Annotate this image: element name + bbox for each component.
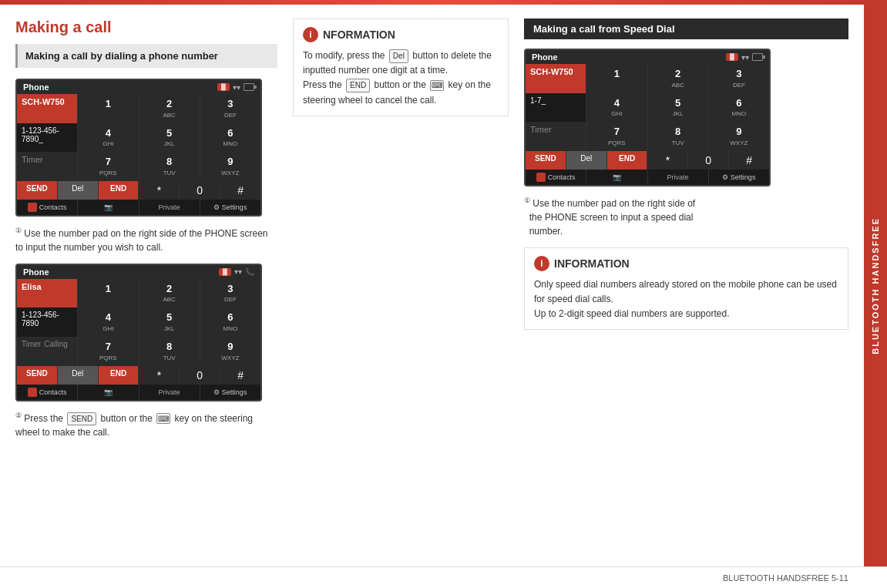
- info-box-middle: i NFORMATION To modify, press the Del bu…: [293, 18, 509, 116]
- phone-zero-key-3: 0: [688, 151, 728, 170]
- phone-device-name-3: SCH-W750: [526, 64, 586, 93]
- steering-wheel-icon-middle: ⌨: [430, 80, 444, 91]
- phone-bottom-row-1: Contacts 📷 Private ⚙ Settings: [17, 200, 260, 215]
- step2-steering-wheel-icon: ⌨: [156, 413, 170, 424]
- info-title-right: i INFORMATION: [534, 256, 838, 271]
- speed-dial-header: Making a call from Speed Dial: [524, 18, 848, 39]
- signal-icon-2: ▓: [219, 268, 231, 276]
- battery-icon-1: [244, 83, 254, 91]
- phone-bottom-row-2: Contacts 📷 Private ⚙ Settings: [17, 385, 260, 400]
- info-icon-right: i: [534, 256, 549, 271]
- phone-title-1: Phone: [23, 82, 49, 92]
- phone-key-2: 2ABC: [139, 94, 200, 123]
- phone-key2-1: 1: [78, 279, 138, 308]
- subsection-box-title: Making a call by dialing a phone number: [25, 50, 270, 62]
- phone-star-key-2: *: [139, 366, 179, 385]
- phone-timer-row-3: Timer 7PQRS 8TUV 9WXYZ: [526, 122, 769, 151]
- phone-settings-btn-3: ⚙ Settings: [709, 170, 769, 185]
- phone-star-key-3: *: [647, 151, 687, 170]
- side-tab: BLUETOOTH HANDSFREE: [864, 5, 887, 566]
- phone-header-icons-1: ▓ ▾▾: [217, 83, 254, 92]
- main-layout: Making a call Making a call by dialing a…: [0, 5, 887, 566]
- phone-header-2: Phone ▓ ▾▾ 📞: [17, 265, 260, 279]
- phone-screen-1: Phone ▓ ▾▾ SCH-W750 1 2ABC 3DEF 1-123: [15, 79, 262, 217]
- phone-key2-6: 6MNO: [200, 307, 260, 337]
- side-tab-label: BLUETOOTH HANDSFREE: [871, 217, 880, 354]
- phone-number-3: 1-7_: [526, 93, 586, 123]
- info-box-right: i INFORMATION Only speed dial numbers al…: [524, 247, 848, 331]
- phone-key2-7: 7PQRS: [78, 337, 138, 366]
- signal-icon-1: ▓: [217, 83, 230, 91]
- phone-del-btn-3: Del: [566, 151, 606, 170]
- phone-key-1: 1: [78, 94, 138, 123]
- phone-zero-key-2: 0: [180, 366, 220, 385]
- phone-key3-1: 1: [586, 64, 647, 93]
- phone-action-row-2: SEND Del END * 0 #: [17, 366, 260, 385]
- phone-timer-1: Timer: [17, 152, 77, 181]
- phone-key3-6: 6MNO: [709, 93, 769, 123]
- content-area: Making a call Making a call by dialing a…: [0, 5, 864, 566]
- phone-name-row-2: Elisa 1 2ABC 3DEF: [17, 279, 260, 308]
- phone-private-btn-1: Private: [139, 200, 200, 215]
- phone-key-4: 4GHI: [78, 123, 138, 153]
- phone-number-row-3: 1-7_ 4GHI 5JKL 6MNO: [526, 93, 769, 123]
- phone-private-btn-3: Private: [648, 170, 708, 185]
- phone-del-btn-2: Del: [58, 366, 98, 385]
- phone-send-btn-3: SEND: [526, 151, 566, 170]
- phone-key3-7: 7PQRS: [586, 122, 647, 151]
- phone-del-btn-1: Del: [58, 181, 98, 200]
- phone-title-2: Phone: [23, 267, 49, 277]
- phone-key3-4: 4GHI: [586, 93, 647, 123]
- signal-icon-3: ▓: [726, 53, 738, 61]
- phone-name-row-1: SCH-W750 1 2ABC 3DEF: [17, 94, 260, 123]
- phone-key2-4: 4GHI: [78, 307, 138, 337]
- contacts-icon-3: [536, 173, 546, 182]
- phone-contacts-btn-2: Contacts: [17, 385, 77, 400]
- del-btn-inline: Del: [389, 49, 408, 63]
- phone-number-2: 1-123-456-7890: [17, 307, 77, 337]
- phone-header-3: Phone ▓ ▾▾: [526, 50, 769, 64]
- phone-key2-8: 8TUV: [139, 337, 200, 366]
- phone-key3-3: 3DEF: [709, 64, 769, 93]
- phone-key2-2: 2ABC: [139, 279, 200, 308]
- footer: BLUETOOTH HANDSFREE 5-11: [0, 566, 887, 588]
- left-column: Making a call Making a call by dialing a…: [15, 18, 277, 559]
- phone-star-key-1: *: [139, 181, 179, 200]
- step1-text: ① Use the number pad on the right side o…: [15, 226, 277, 254]
- phone-key2-3: 3DEF: [200, 279, 260, 308]
- section-title: Making a call: [15, 18, 277, 36]
- right-column: Making a call from Speed Dial Phone ▓ ▾▾…: [524, 18, 848, 559]
- right-step1-text: ① Use the number pad on the right side o…: [524, 196, 848, 238]
- phone-number-row-1: 1-123-456-7890_ 4GHI 5JKL 6MNO: [17, 123, 260, 153]
- call-icon-2: 📞: [245, 267, 254, 276]
- phone-device-name-1: SCH-W750: [17, 94, 77, 123]
- info-icon-middle: i: [303, 27, 318, 42]
- right-step1-num: ①: [524, 197, 530, 204]
- phone-name-row-3: SCH-W750 1 2ABC 3DEF: [526, 64, 769, 93]
- phone-cam-btn-3: 📷: [586, 170, 647, 185]
- step2-text: ② Press the SEND button or the ⌨ key on …: [15, 411, 277, 439]
- phone-header-1: Phone ▓ ▾▾: [17, 80, 260, 94]
- phone-key-5: 5JKL: [139, 123, 200, 153]
- phone-key3-5: 5JKL: [648, 93, 708, 123]
- phone-hash-key-2: #: [220, 366, 260, 385]
- phone-send-btn-2: SEND: [17, 366, 57, 385]
- phone-private-btn-2: Private: [139, 385, 200, 400]
- phone-end-btn-3: END: [607, 151, 647, 170]
- wifi-icon-3: ▾▾: [741, 53, 749, 62]
- phone-hash-key-1: #: [220, 181, 260, 200]
- phone-header-icons-3: ▓ ▾▾: [726, 53, 763, 62]
- phone-action-row-3: SEND Del END * 0 #: [526, 151, 769, 170]
- phone-number-1: 1-123-456-7890_: [17, 123, 77, 153]
- subsection-box: Making a call by dialing a phone number: [15, 44, 277, 68]
- phone-timer-row-2: Timer Calling 7PQRS 8TUV 9WXYZ: [17, 337, 260, 366]
- phone-zero-key-1: 0: [180, 181, 220, 200]
- info-title-middle: i NFORMATION: [303, 27, 499, 42]
- step1-num: ①: [15, 227, 22, 234]
- phone-key-6: 6MNO: [200, 123, 260, 153]
- battery-icon-3: [752, 53, 763, 61]
- phone-timer-calling-2: Timer Calling: [17, 337, 77, 366]
- end-btn-inline: END: [346, 79, 370, 92]
- phone-contacts-btn-3: Contacts: [526, 170, 586, 185]
- phone-number-row-2: 1-123-456-7890 4GHI 5JKL 6MNO: [17, 307, 260, 337]
